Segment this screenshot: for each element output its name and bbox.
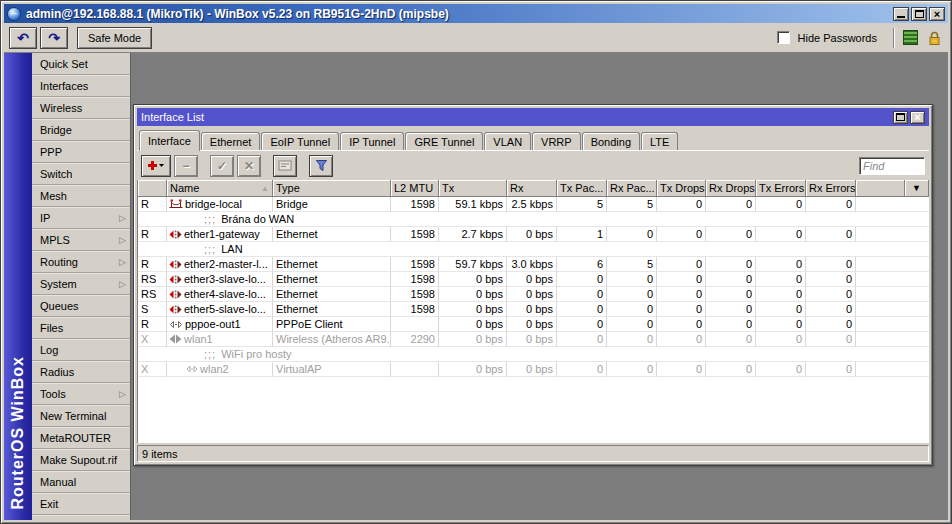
column-header-rx-errors[interactable]: Rx Errors: [806, 180, 856, 197]
column-header-tx-pac-[interactable]: Tx Pac...: [557, 180, 607, 197]
disable-interface-button[interactable]: ✕: [237, 155, 261, 177]
rxe-cell: 0: [806, 197, 856, 212]
column-header-tx-drops[interactable]: Tx Drops: [657, 180, 706, 197]
sidebar-item-quick-set[interactable]: Quick Set: [32, 53, 130, 75]
tab-lte[interactable]: LTE: [641, 132, 678, 150]
interface-row-wlan2[interactable]: Xwlan2VirtualAP0 bps0 bps000000: [138, 362, 929, 377]
column-header-tx[interactable]: Tx: [439, 180, 507, 197]
name-cell: pppoe-out1: [167, 317, 273, 332]
sidebar-item-radius[interactable]: Radius: [32, 361, 130, 383]
tab-gre-tunnel[interactable]: GRE Tunnel: [405, 132, 483, 150]
sidebar-item-exit[interactable]: Exit: [32, 493, 130, 515]
interface-row-ether2-master-l-[interactable]: Rether2-master-l...Ethernet159859.7 kbps…: [138, 257, 929, 272]
column-header-tx-errors[interactable]: Tx Errors: [756, 180, 806, 197]
sidebar-item-tools[interactable]: Tools▷: [32, 383, 130, 405]
name-cell: ether4-slave-lo...: [167, 287, 273, 302]
sidebar-item-queues[interactable]: Queues: [32, 295, 130, 317]
interface-row-wlan1[interactable]: Xwlan1Wireless (Atheros AR9...22900 bps0…: [138, 332, 929, 347]
comment-button[interactable]: [273, 155, 297, 177]
virtualap-icon: [186, 365, 198, 373]
comment-row[interactable]: ;;;Brána do WAN: [138, 212, 929, 227]
remove-interface-button[interactable]: −: [174, 155, 198, 177]
rx-cell: 0 bps: [507, 227, 557, 242]
add-icon: [147, 160, 158, 171]
sidebar-item-files[interactable]: Files: [32, 317, 130, 339]
sidebar-item-ip[interactable]: IP▷: [32, 207, 130, 229]
redo-button[interactable]: ↷: [40, 27, 68, 49]
sidebar-item-system[interactable]: System▷: [32, 273, 130, 295]
name-cell: bridge-local: [167, 197, 273, 212]
tab-interface[interactable]: Interface: [139, 130, 200, 151]
name-cell: ether3-slave-lo...: [167, 272, 273, 287]
interface-row-ether5-slave-lo-[interactable]: Sether5-slave-lo...Ethernet15980 bps0 bp…: [138, 302, 929, 317]
sidebar-item-new-terminal[interactable]: New Terminal: [32, 405, 130, 427]
sidebar-item-routing[interactable]: Routing▷: [32, 251, 130, 273]
comment-row[interactable]: ;;;LAN: [138, 242, 929, 257]
sidebar-item-ppp[interactable]: PPP: [32, 141, 130, 163]
tab-vlan[interactable]: VLAN: [484, 132, 531, 150]
rxd-cell: 0: [706, 317, 756, 332]
sidebar-item-metarouter[interactable]: MetaROUTER: [32, 427, 130, 449]
sidebar-item-label: New Terminal: [40, 410, 106, 422]
column-label: Type: [276, 182, 300, 194]
submenu-arrow-icon: ▷: [119, 257, 126, 267]
column-header-rx-pac-[interactable]: Rx Pac...: [607, 180, 657, 197]
column-header-type[interactable]: Type: [273, 180, 391, 197]
tab-vrrp[interactable]: VRRP: [532, 132, 581, 150]
submenu-arrow-icon: ▷: [119, 235, 126, 245]
undo-button[interactable]: ↶: [9, 27, 37, 49]
tab-bonding[interactable]: Bonding: [582, 132, 640, 150]
sidebar-item-switch[interactable]: Switch: [32, 163, 130, 185]
column-header-l2-mtu[interactable]: L2 MTU: [391, 180, 439, 197]
close-button[interactable]: ×: [929, 7, 945, 21]
dropdown-arrow-icon: [158, 163, 165, 168]
txd-cell: 0: [657, 302, 706, 317]
sidebar-item-log[interactable]: Log: [32, 339, 130, 361]
column-header-rx[interactable]: Rx: [507, 180, 557, 197]
column-header-flags[interactable]: [138, 180, 167, 197]
interface-row-pppoe-out1[interactable]: Rpppoe-out1PPPoE Client0 bps0 bps000000: [138, 317, 929, 332]
interface-list-titlebar[interactable]: Interface List ×: [137, 108, 929, 126]
interface-table-body: Rbridge-localBridge159859.1 kbps2.5 kbps…: [138, 197, 929, 443]
interface-list-maximize-button[interactable]: [893, 111, 908, 124]
interface-row-ether4-slave-lo-[interactable]: RSether4-slave-lo...Ethernet15980 bps0 b…: [138, 287, 929, 302]
column-label: Name: [170, 182, 199, 194]
redo-icon: ↷: [48, 31, 60, 45]
tab-ip-tunnel[interactable]: IP Tunnel: [340, 132, 404, 150]
sidebar-item-make-supout-rif[interactable]: Make Supout.rif: [32, 449, 130, 471]
column-header-name[interactable]: Name▲: [167, 180, 273, 197]
sidebar-item-mesh[interactable]: Mesh: [32, 185, 130, 207]
maximize-button[interactable]: [911, 7, 927, 21]
interface-row-bridge-local[interactable]: Rbridge-localBridge159859.1 kbps2.5 kbps…: [138, 197, 929, 212]
interface-row-ether1-gateway[interactable]: Rether1-gatewayEthernet15982.7 kbps0 bps…: [138, 227, 929, 242]
flag-cell: S: [138, 302, 167, 317]
sidebar-item-label: Queues: [40, 300, 79, 312]
sidebar-item-interfaces[interactable]: Interfaces: [32, 75, 130, 97]
close-icon: ×: [934, 9, 940, 19]
comment-row[interactable]: ;;;WiFi pro hosty: [138, 347, 929, 362]
sidebar-item-wireless[interactable]: Wireless: [32, 97, 130, 119]
safe-mode-button[interactable]: Safe Mode: [77, 27, 152, 49]
find-input[interactable]: [859, 157, 925, 175]
toolbar-separator: [893, 28, 895, 48]
sidebar-item-manual[interactable]: Manual: [32, 471, 130, 493]
sidebar-item-bridge[interactable]: Bridge: [32, 119, 130, 141]
add-interface-button[interactable]: [141, 155, 171, 177]
main-titlebar[interactable]: admin@192.168.88.1 (MikroTik) - WinBox v…: [4, 4, 948, 23]
sidebar-item-mpls[interactable]: MPLS▷: [32, 229, 130, 251]
hide-passwords-checkbox[interactable]: [777, 31, 790, 44]
column-header-filler: [856, 180, 905, 197]
rxe-cell: 0: [806, 287, 856, 302]
interface-row-ether3-slave-lo-[interactable]: RSether3-slave-lo...Ethernet15980 bps0 b…: [138, 272, 929, 287]
row-filler: [856, 197, 929, 212]
interface-list-close-button[interactable]: ×: [910, 111, 925, 124]
column-header-rx-drops[interactable]: Rx Drops: [706, 180, 756, 197]
interface-name: wlan2: [200, 362, 229, 376]
tab-ethernet[interactable]: Ethernet: [201, 132, 261, 150]
minimize-button[interactable]: [893, 7, 909, 21]
enable-interface-button[interactable]: ✓: [210, 155, 234, 177]
filter-button[interactable]: [309, 155, 333, 177]
rxp-cell: 0: [607, 362, 657, 377]
column-picker-button[interactable]: ▼: [905, 180, 929, 197]
tab-eoip-tunnel[interactable]: EoIP Tunnel: [261, 132, 339, 150]
